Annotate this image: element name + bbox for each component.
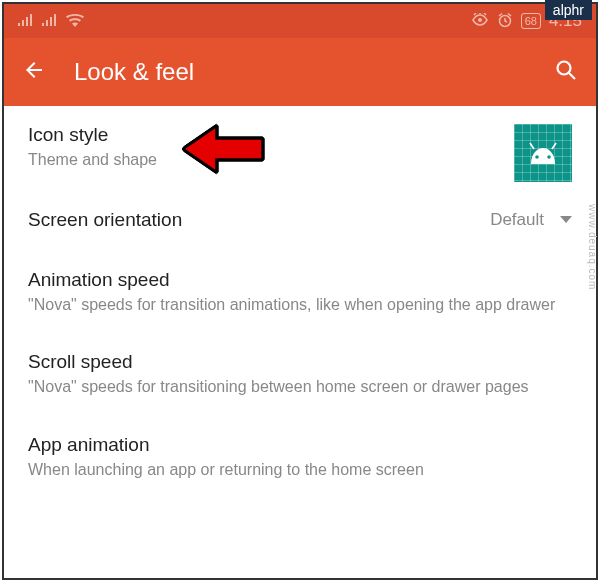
svg-point-17 [535,155,539,159]
battery-icon: 68 [521,13,541,29]
setting-scroll-speed[interactable]: Scroll speed "Nova" speeds for transitio… [4,333,596,416]
svg-rect-4 [42,23,44,26]
setting-title: App animation [28,434,572,456]
setting-screen-orientation[interactable]: Screen orientation Default [4,189,596,251]
setting-title: Animation speed [28,269,572,291]
svg-rect-7 [54,14,56,26]
setting-animation-speed[interactable]: Animation speed "Nova" speeds for transi… [4,251,596,334]
setting-title: Scroll speed [28,351,572,373]
svg-rect-2 [26,17,28,26]
svg-rect-0 [18,23,20,26]
dropdown-value[interactable]: Default [490,210,572,230]
setting-subtitle: "Nova" speeds for transition animations,… [28,294,572,316]
signal2-icon [42,13,58,29]
watermark: www.deuaq.com [587,204,598,290]
svg-line-14 [508,13,511,16]
svg-line-16 [569,73,575,79]
svg-rect-6 [50,17,52,26]
search-button[interactable] [554,58,578,86]
dropdown-selected: Default [490,210,544,230]
signal1-icon [18,13,34,29]
android-icon [525,142,561,164]
settings-list: Icon style Theme and shape Screen orient… [4,106,596,498]
icon-preview [514,124,572,182]
svg-line-9 [474,13,476,15]
svg-line-19 [530,143,534,149]
eye-icon [471,13,489,30]
setting-app-animation[interactable]: App animation When launching an app or r… [4,416,596,499]
svg-point-18 [547,155,551,159]
annotation-arrow [184,124,264,174]
setting-title: Screen orientation [28,209,182,231]
setting-icon-style[interactable]: Icon style Theme and shape [4,106,596,189]
svg-line-11 [484,13,486,15]
svg-point-15 [558,62,571,75]
app-bar: Look & feel [4,38,596,106]
svg-line-20 [552,143,556,149]
chevron-down-icon [560,216,572,223]
back-button[interactable] [22,58,46,86]
svg-rect-1 [22,20,24,26]
page-title: Look & feel [74,58,554,86]
svg-rect-3 [30,14,32,26]
screenshot-frame: 68 4:15 Look & feel Icon style Theme and… [2,2,598,580]
setting-subtitle: When launching an app or returning to th… [28,459,572,481]
svg-line-13 [499,13,502,16]
alphr-badge: alphr [545,0,592,20]
setting-subtitle: "Nova" speeds for transitioning between … [28,376,572,398]
svg-rect-5 [46,20,48,26]
svg-point-8 [478,18,482,22]
alarm-icon [497,12,513,31]
wifi-icon [66,13,84,30]
status-bar: 68 4:15 [4,4,596,38]
